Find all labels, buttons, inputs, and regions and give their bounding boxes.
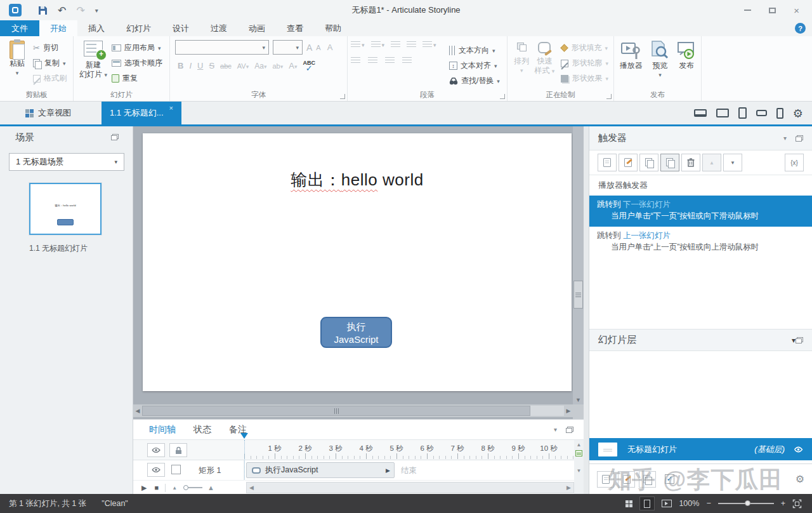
- tab-timeline[interactable]: 时间轴: [149, 424, 176, 436]
- save-icon[interactable]: [38, 6, 48, 15]
- slide-tab-active[interactable]: 1.1 无标题幻... ×: [102, 102, 181, 124]
- format-painter-button[interactable]: 格式刷: [33, 72, 67, 85]
- fit-to-window-icon[interactable]: [792, 499, 802, 509]
- clear-formatting-button[interactable]: A: [327, 43, 333, 52]
- new-trigger-button[interactable]: [598, 154, 617, 171]
- v-scroll-thumb[interactable]: [573, 281, 583, 309]
- indent-button[interactable]: [407, 41, 416, 48]
- zoom-in-button[interactable]: +: [781, 499, 785, 508]
- tab-transitions[interactable]: 过渡: [200, 20, 238, 36]
- tab-home[interactable]: 开始: [39, 20, 77, 36]
- zoom-out-button[interactable]: −: [706, 499, 710, 508]
- layers-gear-icon[interactable]: ⚙: [796, 473, 804, 485]
- collapse-chevron-icon[interactable]: ▾: [783, 135, 787, 142]
- font-dialog-launcher[interactable]: [340, 94, 345, 99]
- move-trigger-down-button[interactable]: ▼: [723, 154, 742, 171]
- shrink-font-button[interactable]: A: [316, 44, 320, 51]
- object-eye-button[interactable]: [147, 463, 165, 477]
- play-button[interactable]: ▶: [141, 484, 147, 492]
- slideshow-view-button[interactable]: [662, 500, 672, 507]
- cut-button[interactable]: ✂剪切: [33, 41, 67, 55]
- delete-trigger-button[interactable]: [681, 154, 700, 171]
- tab-slides[interactable]: 幻灯片: [115, 20, 162, 36]
- new-layer-button[interactable]: [597, 471, 614, 488]
- tab-design[interactable]: 设计: [162, 20, 200, 36]
- eye-icon[interactable]: [794, 446, 803, 453]
- tablet-portrait-preview-button[interactable]: [738, 107, 747, 119]
- paste-trigger-button[interactable]: [660, 154, 679, 171]
- tab-insert[interactable]: 插入: [77, 20, 115, 36]
- arrow-left-icon[interactable]: ◀: [249, 484, 254, 491]
- copy-trigger-button[interactable]: [639, 154, 658, 171]
- scene-selector-dropdown[interactable]: 1 无标题场景 ▾: [9, 153, 124, 171]
- bullets-button[interactable]: ▾: [351, 41, 365, 48]
- duplicate-layer-button[interactable]: [639, 471, 656, 488]
- grow-font-button[interactable]: A: [306, 43, 312, 53]
- subscript-button[interactable]: abc: [220, 62, 232, 70]
- close-icon[interactable]: ×: [169, 104, 173, 112]
- timeline-v-scrollbar[interactable]: ▲ ▼: [574, 440, 584, 495]
- trigger-item-next-slide[interactable]: 跳转到 下一张幻灯片 当用户单击“下一页”按钮或向下滑动鼠标时: [589, 196, 812, 227]
- shape-effects-button[interactable]: 形状效果▾: [561, 72, 608, 85]
- trigger-target-link[interactable]: 上一张幻灯片: [623, 231, 671, 240]
- zoom-slider-handle-icon[interactable]: [183, 485, 188, 490]
- trigger-target-link[interactable]: 下一张幻灯片: [623, 200, 671, 209]
- arrow-up-icon[interactable]: ▲: [574, 440, 584, 448]
- text-align-button[interactable]: ↕文本对齐▾: [449, 59, 500, 72]
- arrange-button[interactable]: 排列 ▾: [511, 39, 532, 90]
- app-icon[interactable]: [9, 4, 22, 17]
- slide-stage[interactable]: 输出：hello world 执行JavaScript: [143, 133, 572, 391]
- h-scroll-thumb[interactable]: [142, 406, 530, 416]
- arrow-right-icon[interactable]: ▶: [386, 467, 390, 474]
- align-left-button[interactable]: [351, 57, 360, 64]
- outdent-button[interactable]: [391, 41, 400, 48]
- zoom-out-icon[interactable]: ▲: [172, 485, 177, 491]
- spell-check-button[interactable]: ABC✓: [303, 60, 315, 71]
- canvas-vertical-scrollbar[interactable]: ▼: [573, 126, 584, 404]
- line-spacing-button[interactable]: ▾: [422, 41, 436, 48]
- drawing-dialog-launcher[interactable]: [606, 94, 612, 99]
- tab-order-button[interactable]: 选项卡顺序: [112, 57, 162, 70]
- undock-icon[interactable]: [796, 337, 803, 343]
- duplicate-button[interactable]: 重复: [112, 72, 162, 85]
- font-size-combo[interactable]: ▾: [273, 40, 303, 55]
- strikethrough-button[interactable]: S: [209, 61, 214, 70]
- layer-visibility-checkbox[interactable]: ✓: [665, 474, 674, 484]
- publish-button[interactable]: 发布: [675, 39, 698, 90]
- arrow-down-icon[interactable]: ▼: [574, 459, 584, 474]
- bold-button[interactable]: B: [178, 61, 183, 70]
- arrow-left-icon[interactable]: ◀: [133, 404, 142, 417]
- shape-fill-button[interactable]: 形状填充▾: [561, 41, 608, 55]
- change-case-button[interactable]: Aa▾: [254, 62, 266, 70]
- minimize-button[interactable]: [744, 10, 751, 11]
- justify-button[interactable]: [402, 57, 412, 64]
- edit-trigger-button[interactable]: [619, 154, 638, 171]
- qat-customize-chevron-icon[interactable]: ▾: [95, 7, 98, 14]
- underline-button[interactable]: U: [197, 61, 203, 70]
- text-direction-button[interactable]: 文本方向▾: [449, 44, 500, 57]
- font-color-button[interactable]: A▾: [289, 61, 297, 70]
- timeline-ruler[interactable]: 1 秒2 秒3 秒4 秒5 秒6 秒7 秒8 秒9 秒10 秒: [133, 440, 574, 460]
- tab-file[interactable]: 文件: [0, 20, 39, 36]
- v-scroll-thumb[interactable]: [575, 450, 582, 456]
- stop-button[interactable]: ■: [154, 484, 159, 491]
- move-trigger-up-button[interactable]: ▲: [702, 154, 721, 171]
- undock-icon[interactable]: [796, 135, 803, 142]
- tab-view[interactable]: 查看: [276, 20, 314, 36]
- redo-button[interactable]: ↷: [76, 4, 84, 17]
- character-spacing-button[interactable]: AV▾: [237, 62, 249, 70]
- arrow-right-icon[interactable]: ▶: [564, 404, 573, 417]
- player-button[interactable]: 播放器: [617, 39, 645, 90]
- new-slide-button[interactable]: 新建 幻灯片 ▾: [77, 39, 110, 90]
- timeline-object-bar[interactable]: 执行JavaScript ▶: [246, 462, 395, 478]
- zoom-slider[interactable]: [718, 503, 774, 504]
- paste-button[interactable]: 粘贴 ▾: [3, 39, 31, 90]
- align-right-button[interactable]: [385, 57, 395, 64]
- slide-thumbnail[interactable]: 输出：hello world: [29, 183, 102, 235]
- undock-icon[interactable]: [566, 427, 573, 433]
- edit-layer-button[interactable]: [618, 471, 635, 488]
- collapse-chevron-icon[interactable]: ▾: [554, 426, 557, 433]
- highlight-color-button[interactable]: ab▾: [272, 62, 283, 70]
- arrow-down-icon[interactable]: ▼: [573, 397, 584, 403]
- tab-states[interactable]: 状态: [193, 424, 211, 436]
